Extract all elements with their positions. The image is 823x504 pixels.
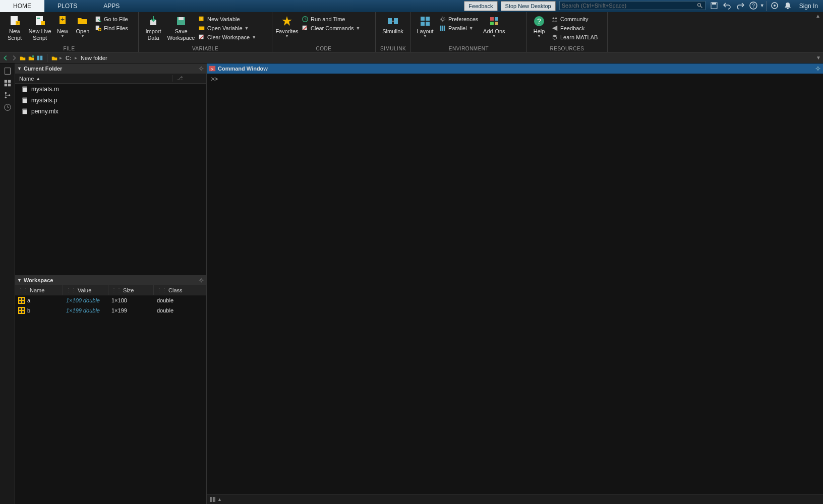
svg-text:?: ? xyxy=(537,17,541,25)
current-folder-title: Current Folder xyxy=(24,66,62,72)
file-icon xyxy=(21,97,28,104)
svg-rect-72 xyxy=(19,301,21,303)
favorites-dropdown[interactable]: ▼ xyxy=(285,34,289,38)
svg-rect-77 xyxy=(19,311,21,313)
learn-matlab-button[interactable]: Learn MATLAB xyxy=(549,33,600,41)
favorites-button[interactable]: Favorites ▼ xyxy=(274,14,300,39)
file-row[interactable]: mystats.p xyxy=(15,95,206,106)
search-box[interactable] xyxy=(559,1,706,10)
gear-icon[interactable] xyxy=(198,66,204,72)
gear-icon[interactable] xyxy=(815,66,821,72)
help-dropdown[interactable]: ▼ xyxy=(760,3,765,12)
addr-dropdown[interactable]: ▼ xyxy=(816,55,821,60)
tab-home[interactable]: HOME xyxy=(0,0,44,12)
search-input[interactable] xyxy=(562,3,697,9)
save-workspace-icon xyxy=(175,15,187,27)
addons-dropdown[interactable]: ▼ xyxy=(492,34,496,38)
back-icon[interactable] xyxy=(2,54,9,61)
status-icon[interactable] xyxy=(771,2,779,10)
ws-col-name[interactable]: ⋮⋮Name xyxy=(15,285,63,295)
command-window-header[interactable]: > Command Window xyxy=(207,64,823,74)
workspace-header[interactable]: ▼ Workspace xyxy=(15,275,206,285)
sidebar-grid-icon[interactable] xyxy=(3,79,12,88)
help-icon[interactable]: ? xyxy=(749,2,757,10)
goto-file-button[interactable]: Go to File xyxy=(93,15,130,23)
save-layout-icon[interactable] xyxy=(710,2,718,10)
open-variable-button[interactable]: Open Variable xyxy=(196,24,245,32)
sidebar-history-icon[interactable] xyxy=(3,103,12,112)
compare-icon[interactable] xyxy=(36,54,43,61)
clear-workspace-dropdown[interactable]: ▼ xyxy=(252,35,256,40)
svg-rect-3 xyxy=(712,3,716,5)
name-column[interactable]: Name xyxy=(19,76,34,82)
svg-rect-63 xyxy=(23,87,27,88)
clear-commands-dropdown[interactable]: ▼ xyxy=(356,26,360,31)
parallel-dropdown[interactable]: ▼ xyxy=(469,26,473,31)
ws-col-size[interactable]: ⋮⋮Size xyxy=(108,285,154,295)
import-data-button[interactable]: Import Data xyxy=(141,14,166,42)
folder-tree-icon[interactable] xyxy=(28,54,35,61)
open-dropdown[interactable]: ▼ xyxy=(81,34,85,38)
file-group-label: FILE xyxy=(0,46,138,51)
community-label: Community xyxy=(560,16,589,22)
git-column[interactable]: ⎇ xyxy=(172,75,187,82)
open-button[interactable]: Open ▼ xyxy=(73,14,93,39)
ws-col-class[interactable]: ⋮⋮Class xyxy=(154,285,206,295)
help-button[interactable]: ? Help ▼ xyxy=(529,14,549,39)
forward-icon[interactable] xyxy=(11,54,18,61)
crumb-folder[interactable]: New folder xyxy=(79,55,109,61)
var-value[interactable]: 1×100 double xyxy=(66,297,100,303)
new-live-script-button[interactable]: New Live Script xyxy=(27,14,52,42)
clear-workspace-button[interactable]: Clear Workspace xyxy=(196,33,252,41)
status-dropdown[interactable]: ▲ xyxy=(217,497,222,502)
sidebar-branch-icon[interactable] xyxy=(3,91,12,100)
layout-button[interactable]: Layout ▼ xyxy=(413,14,437,39)
sidebar-files-icon[interactable] xyxy=(3,67,12,76)
workspace-row[interactable]: b1×199 double1×199double xyxy=(15,305,206,316)
collapse-icon: ▼ xyxy=(17,278,22,283)
workspace-row[interactable]: a1×100 double1×100double xyxy=(15,295,206,305)
redo-icon[interactable] xyxy=(736,2,744,10)
new-variable-button[interactable]: + New Variable xyxy=(196,15,256,23)
command-window-body[interactable]: >> xyxy=(207,74,823,494)
ws-col-value[interactable]: ⋮⋮Value xyxy=(63,285,108,295)
undo-icon[interactable] xyxy=(723,2,731,10)
signin-link[interactable]: Sign In xyxy=(794,0,823,12)
svg-rect-50 xyxy=(37,55,39,60)
new-button[interactable]: + New ▼ xyxy=(52,14,73,39)
feedback-button[interactable]: Feedback xyxy=(464,1,497,11)
community-button[interactable]: Community xyxy=(549,15,600,23)
layout-dropdown[interactable]: ▼ xyxy=(423,34,427,38)
toolstrip-collapse[interactable]: ▲ xyxy=(815,13,820,19)
bell-icon[interactable] xyxy=(784,2,792,10)
file-row[interactable]: penny.mlx xyxy=(15,106,206,117)
simulink-button[interactable]: Simulink xyxy=(378,14,408,36)
run-and-time-button[interactable]: Run and Time xyxy=(300,15,360,23)
feedback-button-2[interactable]: Feedback xyxy=(549,24,600,32)
var-value[interactable]: 1×199 double xyxy=(66,307,100,313)
new-script-label: New Script xyxy=(3,28,26,41)
simulink-group-label: SIMULINK xyxy=(376,46,410,51)
new-script-button[interactable]: + New Script xyxy=(2,14,27,42)
current-folder-header[interactable]: ▼ Current Folder xyxy=(15,64,206,74)
tab-apps[interactable]: APPS xyxy=(90,0,133,12)
help-dropdown-2[interactable]: ▼ xyxy=(537,34,541,38)
community-icon xyxy=(551,16,558,23)
resources-group-label: RESOURCES xyxy=(527,46,607,51)
clear-commands-button[interactable]: Clear Commands xyxy=(300,24,356,32)
tab-plots[interactable]: PLOTS xyxy=(44,0,90,12)
save-workspace-button[interactable]: Save Workspace xyxy=(166,14,196,42)
parallel-button[interactable]: Parallel xyxy=(437,24,469,32)
new-dropdown[interactable]: ▼ xyxy=(61,34,65,38)
crumb-drive[interactable]: C: xyxy=(64,55,73,61)
find-files-button[interactable]: Find Files xyxy=(93,24,130,32)
stop-desktop-button[interactable]: Stop New Desktop xyxy=(501,1,556,11)
file-row[interactable]: mystats.m xyxy=(15,84,206,95)
addons-button[interactable]: Add-Ons ▼ xyxy=(480,14,508,39)
open-variable-dropdown[interactable]: ▼ xyxy=(245,26,249,31)
gear-icon[interactable] xyxy=(198,277,204,283)
preferences-button[interactable]: Preferences xyxy=(437,15,480,23)
up-folder-icon[interactable] xyxy=(19,54,26,61)
run-and-time-icon xyxy=(302,16,309,23)
drive-icon[interactable] xyxy=(51,54,58,61)
